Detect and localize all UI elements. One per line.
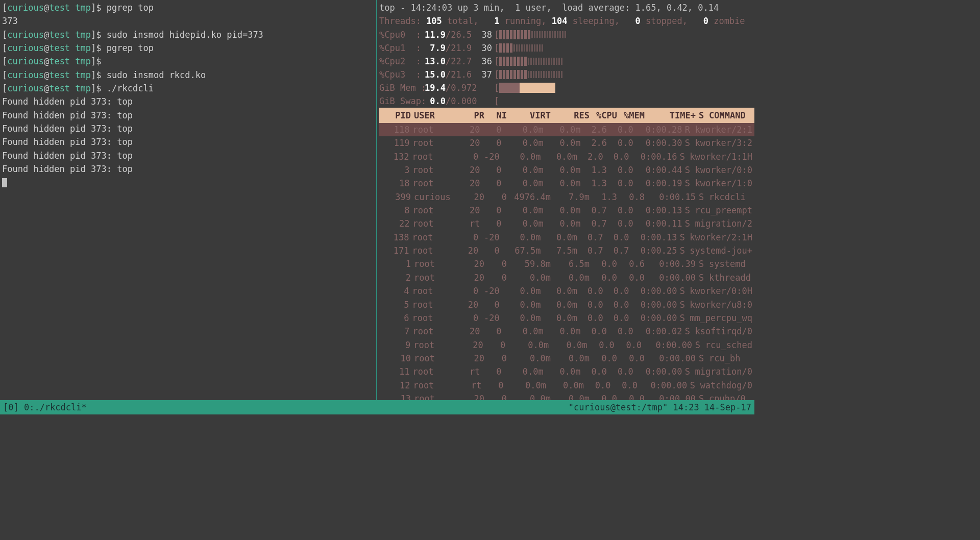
process-row[interactable]: 9root2000.0m0.0m0.00.00:00.00Srcu_sched [379, 338, 754, 352]
process-row[interactable]: 399curious2004976.4m7.9m1.30.80:00.15Srk… [379, 190, 754, 204]
terminal-line: [curious@test tmp]$ pgrep top [2, 41, 374, 55]
terminal-line: Found hidden pid 373: top [2, 162, 374, 176]
cpu-row: %Cpu1 :7.9/21.930[ [379, 41, 754, 55]
terminal-right-pane[interactable]: top - 14:24:03 up 3 min, 1 user, load av… [377, 0, 754, 400]
process-row[interactable]: 5root2000.0m0.0m0.00.00:00.00Skworker/u8… [379, 298, 754, 311]
terminal-line: Found hidden pid 373: top [2, 149, 374, 162]
swap-row: GiB Swap:0.0/0.000[ [379, 94, 754, 108]
top-threads-line: Threads: 105 total, 1 running, 104 sleep… [379, 14, 754, 28]
process-row[interactable]: 18root2000.0m0.0m1.30.00:00.19Skworker/1… [379, 177, 754, 190]
tmux-window-tab[interactable]: [0] 0:./rkcdcli* [3, 401, 87, 414]
process-row[interactable]: 7root2000.0m0.0m0.00.00:00.02Sksoftirqd/… [379, 325, 754, 338]
tmux-status-bar[interactable]: [0] 0:./rkcdcli* "curious@test:/tmp" 14:… [0, 400, 754, 414]
process-row[interactable]: 8root2000.0m0.0m0.70.00:00.13Srcu_preemp… [379, 204, 754, 217]
process-row[interactable]: 22rootrt00.0m0.0m0.70.00:00.11Smigration… [379, 217, 754, 230]
process-row[interactable]: 3root2000.0m0.0m1.30.00:00.44Skworker/0:… [379, 163, 754, 177]
process-table-header: PIDUSERPRNIVIRTRES%CPU%MEMTIME+SCOMMAND [379, 108, 754, 123]
terminal-line: Found hidden pid 373: top [2, 109, 374, 122]
terminal-line: [curious@test tmp]$ sudo insmod rkcd.ko [2, 68, 374, 82]
process-row[interactable]: 1root20059.8m6.5m0.00.60:00.39Ssystemd [379, 257, 754, 271]
terminal-line: 373 [2, 14, 374, 28]
process-row[interactable]: 2root2000.0m0.0m0.00.00:00.00Skthreadd [379, 271, 754, 284]
process-row[interactable]: 118root2000.0m0.0m2.60.00:00.28Rkworker/… [379, 123, 754, 136]
terminal-line: [curious@test tmp]$ pgrep top [2, 1, 374, 14]
process-row[interactable]: 11rootrt00.0m0.0m0.00.00:00.00Smigration… [379, 365, 754, 378]
cpu-row: %Cpu2 :13.0/22.736[ [379, 55, 754, 68]
cursor-icon [2, 178, 7, 187]
terminal-line: [curious@test tmp]$ [2, 55, 374, 68]
process-row[interactable]: 132root0-200.0m0.0m2.00.00:00.16Skworker… [379, 150, 754, 163]
top-header-line: top - 14:24:03 up 3 min, 1 user, load av… [379, 1, 754, 14]
terminal-line: [curious@test tmp]$ sudo insmod hidepid.… [2, 28, 374, 41]
process-row[interactable]: 138root0-200.0m0.0m0.70.00:00.13Skworker… [379, 231, 754, 244]
terminal-left-pane[interactable]: [curious@test tmp]$ pgrep top373[curious… [0, 0, 377, 400]
terminal-line: Found hidden pid 373: top [2, 122, 374, 135]
cpu-row: %Cpu0 :11.9/26.538[ [379, 28, 754, 41]
process-row[interactable]: 12rootrt00.0m0.0m0.00.00:00.00Swatchdog/… [379, 379, 754, 392]
terminal-line: Found hidden pid 373: top [2, 95, 374, 108]
process-row[interactable]: 10root2000.0m0.0m0.00.00:00.00Srcu_bh [379, 352, 754, 365]
tmux-status-right: "curious@test:/tmp" 14:23 14-Sep-17 [569, 401, 751, 414]
process-row[interactable]: 171root20067.5m7.5m0.70.70:00.25Ssystemd… [379, 244, 754, 257]
process-row[interactable]: 6root0-200.0m0.0m0.00.00:00.00Smm_percpu… [379, 311, 754, 325]
terminal-line: [curious@test tmp]$ ./rkcdcli [2, 82, 374, 95]
cpu-row: %Cpu3 :15.0/21.637[ [379, 68, 754, 81]
process-row[interactable]: 119root2000.0m0.0m2.60.00:00.30Skworker/… [379, 136, 754, 150]
mem-row: GiB Mem :19.4/0.972[ [379, 81, 754, 94]
process-row[interactable]: 4root0-200.0m0.0m0.00.00:00.00Skworker/0… [379, 284, 754, 298]
terminal-line: Found hidden pid 373: top [2, 135, 374, 149]
